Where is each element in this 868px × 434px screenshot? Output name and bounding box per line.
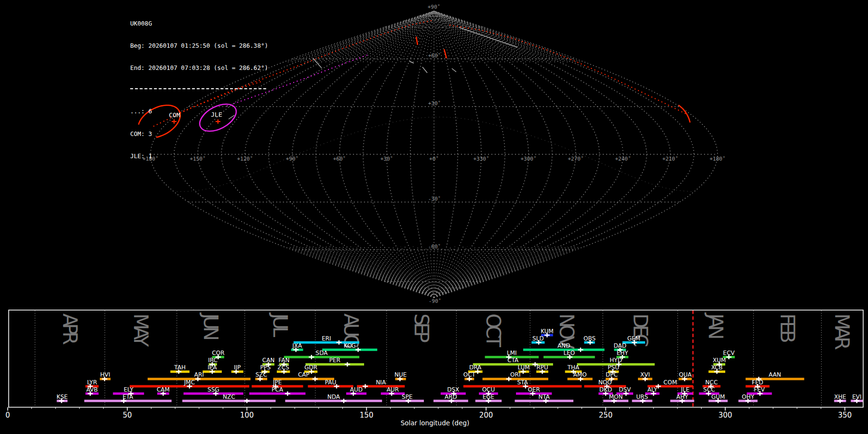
count-row-jle: JLE: 1 bbox=[130, 152, 268, 160]
sky-grid-polar-meridian bbox=[434, 246, 451, 298]
shower-label-ncc: NCC bbox=[705, 379, 718, 386]
peak-marker-cap bbox=[312, 377, 318, 381]
longitude-label: +210˚ bbox=[662, 156, 678, 162]
meteor-trail-gray bbox=[313, 58, 322, 68]
month-label-mar: MAR bbox=[831, 313, 853, 350]
sky-grid-polar-meridian bbox=[434, 246, 555, 298]
shower-label-sda: SDA bbox=[316, 350, 328, 356]
shower-label-pau: PAU bbox=[325, 379, 336, 386]
shower-label-jxa: JXA bbox=[292, 342, 302, 349]
shower-label-avb: AVB bbox=[86, 386, 98, 393]
x-tick-label-100: 100 bbox=[240, 411, 254, 420]
meteor-trail-gray bbox=[422, 67, 427, 73]
month-label-jan: JAN bbox=[705, 312, 727, 338]
shower-label-aly: ALY bbox=[647, 386, 657, 393]
sky-grid-polar-meridian bbox=[326, 11, 434, 62]
shower-label-sta: STA bbox=[517, 379, 529, 386]
sky-grid-polar-meridian bbox=[380, 246, 434, 298]
shower-label-ori: ORI bbox=[510, 371, 520, 378]
sky-grid-polar-meridian bbox=[292, 246, 434, 298]
shower-label-leo: LEO bbox=[564, 350, 575, 356]
longitude-label: +30˚ bbox=[380, 156, 393, 162]
shower-label-dra: DRA bbox=[469, 364, 482, 371]
count-row-unclassified: ...: 6 bbox=[130, 108, 268, 115]
shower-label-obs: OBS bbox=[583, 335, 596, 342]
shower-label-ssg: SSG bbox=[207, 386, 219, 393]
row-green: CORSDALMILEOEHYECV bbox=[212, 350, 735, 359]
station-code: UK008G bbox=[130, 20, 268, 27]
latitude-label: +30˚ bbox=[428, 100, 441, 107]
shower-label-zcs: ZCS bbox=[278, 364, 289, 371]
longitude-label: +270˚ bbox=[568, 156, 583, 162]
sky-grid-polar-meridian bbox=[434, 246, 488, 298]
sky-grid-polar-meridian bbox=[392, 246, 434, 298]
row-red: LYRJMCJPEPAUNIASTANOOCOMNCCFED bbox=[85, 379, 770, 389]
shower-label-pps: PPS bbox=[260, 364, 271, 371]
shower-label-irc: IRC bbox=[208, 357, 217, 364]
sky-grid-polar-meridian bbox=[434, 246, 442, 298]
shower-label-hyd: HYD bbox=[610, 357, 622, 364]
shower-label-qua: QUA bbox=[679, 371, 692, 378]
longitude-label: +180˚ bbox=[709, 156, 725, 162]
shower-label-cap: CAP bbox=[298, 371, 310, 378]
count-value: 6 bbox=[149, 108, 152, 115]
shower-label-kse: KSE bbox=[56, 393, 68, 400]
shower-label-pca: PCA bbox=[271, 386, 284, 393]
count-label: ... bbox=[130, 108, 141, 115]
row-magenta: AVBELYCAMSSGPCAAUDAURDSXOCUOERDKDDSVALYJ… bbox=[85, 386, 772, 396]
x-tick-label-150: 150 bbox=[360, 411, 374, 420]
month-label-may: MAY bbox=[130, 313, 152, 347]
meteor-mark-red bbox=[444, 49, 447, 58]
shower-label-noo: NOO bbox=[598, 379, 612, 386]
longitude-label: +300˚ bbox=[520, 156, 536, 162]
sky-grid-polar-meridian bbox=[434, 246, 514, 298]
shower-label-ard: ARD bbox=[445, 393, 457, 400]
info-panel: UK008G Beg: 20260107 01:25:50 (sol = 286… bbox=[130, 5, 268, 167]
sky-grid-polar-meridian bbox=[417, 246, 434, 298]
peak-marker-and bbox=[578, 348, 583, 352]
x-axis: 050100150200250300350Solar longitude (de… bbox=[5, 407, 852, 427]
shower-label-dsv: DSV bbox=[619, 386, 631, 393]
x-tick-label-300: 300 bbox=[719, 411, 732, 420]
sky-grid-polar-meridian bbox=[434, 11, 501, 62]
meteor-mark-red bbox=[416, 37, 418, 45]
shower-label-jpe: JPE bbox=[272, 379, 282, 386]
peak-marker-nzc bbox=[244, 399, 250, 403]
shower-label-eri: ERI bbox=[322, 335, 331, 342]
sky-grid-polar-meridian bbox=[380, 11, 434, 62]
peak-marker-pca bbox=[285, 392, 290, 396]
row-violet: KSEETANZCNDASPEARDEGENTAMONURSAHYGUMOHYX… bbox=[56, 393, 863, 403]
shower-label-aan: AAN bbox=[769, 371, 781, 378]
count-label: JLE bbox=[130, 152, 141, 160]
shower-label-dsx: DSX bbox=[447, 386, 459, 393]
pole-label-south: -90˚ bbox=[429, 298, 442, 304]
month-label-feb: FEB bbox=[776, 313, 799, 342]
sky-grid-polar-meridian bbox=[434, 11, 542, 62]
longitude-label: +330˚ bbox=[473, 156, 489, 162]
shower-label-ely: ELY bbox=[123, 386, 134, 393]
session-beg: Beg: 20260107 01:25:50 (sol = 286.38°) bbox=[130, 42, 268, 49]
x-tick-label-200: 200 bbox=[479, 411, 493, 420]
shower-label-lyr: LYR bbox=[87, 379, 97, 386]
shower-label-kcg: KCG bbox=[344, 342, 356, 349]
sky-grid-polar-meridian bbox=[388, 246, 434, 298]
shower-label-spe: SPE bbox=[402, 393, 412, 400]
longitude-label: +60˚ bbox=[333, 156, 346, 162]
shower-label-per: PER bbox=[329, 357, 340, 364]
sky-grid-meridian bbox=[434, 11, 647, 298]
peak-marker-nia bbox=[363, 384, 368, 389]
x-tick-label-0: 0 bbox=[5, 411, 10, 420]
shower-label-aud: AUD bbox=[350, 386, 363, 393]
sky-grid-polar-meridian bbox=[434, 246, 480, 298]
sky-grid-polar-meridian bbox=[434, 246, 476, 298]
peak-marker-kcg bbox=[355, 348, 361, 352]
sky-grid-polar-meridian bbox=[434, 11, 488, 62]
sky-grid-polar-meridian bbox=[426, 246, 434, 298]
sky-grid-polar-meridian bbox=[434, 11, 576, 62]
count-row-com: COM: 3 bbox=[130, 130, 268, 137]
sky-grid-polar-meridian bbox=[430, 246, 434, 298]
month-label-oct: OCT bbox=[482, 313, 504, 347]
shower-label-aur: AUR bbox=[387, 386, 399, 393]
sky-grid-polar-meridian bbox=[305, 246, 434, 298]
peak-marker-per bbox=[345, 362, 350, 366]
